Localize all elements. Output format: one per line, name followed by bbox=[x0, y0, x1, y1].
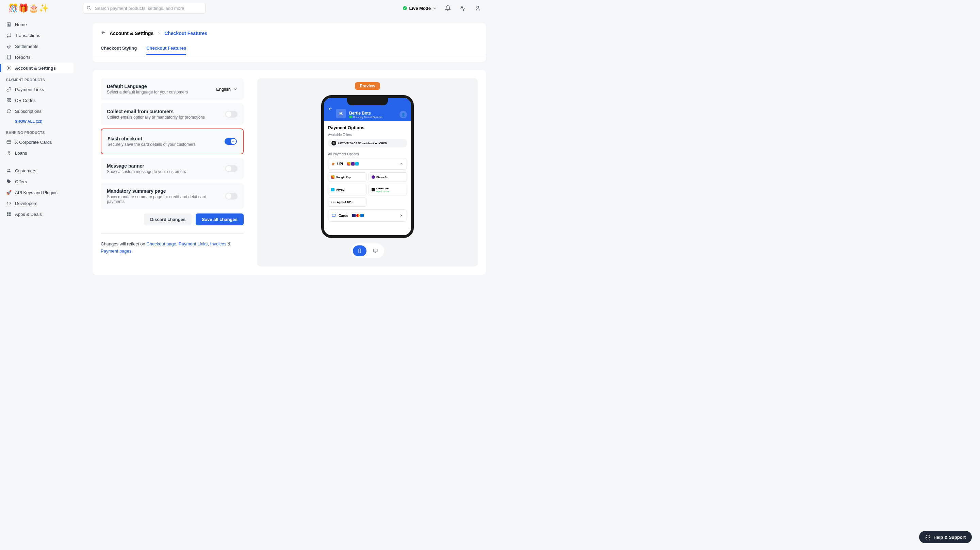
view-toggle bbox=[351, 243, 384, 258]
all-payment-options-label: All Payment Options bbox=[328, 152, 407, 156]
code-icon bbox=[6, 201, 11, 206]
link-payment-pages[interactable]: Payment pages bbox=[101, 249, 131, 254]
merchant-initial: B bbox=[336, 109, 346, 118]
nav-label: QR Codes bbox=[15, 98, 36, 103]
gpay-icon bbox=[331, 175, 334, 179]
setting-desc: Collect emails optionally or mandatorily… bbox=[107, 115, 205, 120]
setting-desc: Show a custom message to your customers bbox=[107, 169, 186, 174]
qr-icon bbox=[6, 98, 11, 103]
svg-point-16 bbox=[9, 169, 10, 171]
sidebar-item-developers[interactable]: Developers bbox=[3, 198, 73, 209]
setting-summary-page: Mandatory summary page Show mandate summ… bbox=[101, 183, 243, 209]
setting-default-language: Default Language Select a default langua… bbox=[101, 78, 243, 100]
cred-tile: CRED UPIUpto ₹200 ca... bbox=[369, 184, 407, 195]
merchant-name: Bertie Bots bbox=[349, 111, 382, 116]
notifications-icon[interactable] bbox=[444, 4, 452, 12]
mobile-view-btn[interactable] bbox=[353, 246, 366, 256]
sidebar-item-corporate-cards[interactable]: X Corporate Cards bbox=[3, 137, 73, 147]
toggle-flash-checkout[interactable] bbox=[224, 138, 237, 145]
phonepe-icon bbox=[372, 175, 375, 179]
setting-title: Flash checkout bbox=[108, 136, 196, 141]
sidebar-item-reports[interactable]: Reports bbox=[3, 52, 73, 63]
sidebar-item-qr[interactable]: QR Codes bbox=[3, 95, 73, 106]
setting-flash-checkout: Flash checkout Securely save the card de… bbox=[101, 128, 243, 154]
section-payment-products: PAYMENT PRODUCTS bbox=[3, 73, 73, 84]
preview-panel: Preview B Bertie Bots ✓Razorpay Trusted … bbox=[257, 78, 478, 266]
svg-point-7 bbox=[8, 67, 10, 69]
breadcrumb-root[interactable]: Account & Settings bbox=[110, 30, 153, 36]
rupee-icon: ₹ bbox=[6, 150, 11, 156]
sidebar-item-transactions[interactable]: Transactions bbox=[3, 30, 73, 41]
sidebar-item-subscriptions[interactable]: Subscriptions bbox=[3, 106, 73, 117]
sidebar-item-home[interactable]: Home bbox=[3, 19, 73, 30]
tab-checkout-features[interactable]: Checkout Features bbox=[146, 42, 186, 55]
sidebar: Home Transactions Settlements Reports Ac… bbox=[0, 16, 76, 275]
cards-label: Cards bbox=[339, 214, 348, 217]
grid-icon bbox=[6, 211, 11, 217]
sidebar-item-payment-links[interactable]: Payment Links bbox=[3, 84, 73, 95]
setting-desc: Show mandate summary page for credit and… bbox=[107, 195, 220, 204]
language-dropdown[interactable]: English bbox=[216, 87, 237, 92]
back-button[interactable] bbox=[101, 30, 106, 37]
footer-note: Changes will reflect on Checkout page, P… bbox=[101, 233, 243, 255]
apps-tile: Apps & UP... bbox=[328, 198, 366, 207]
nav-label: Subscriptions bbox=[15, 109, 41, 114]
svg-rect-18 bbox=[9, 212, 11, 214]
setting-desc: Securely save the card details of your c… bbox=[108, 142, 196, 147]
reports-icon bbox=[6, 54, 11, 60]
search-icon bbox=[86, 5, 91, 11]
sidebar-item-loans[interactable]: ₹Loans bbox=[3, 147, 73, 159]
payment-options-title: Payment Options bbox=[328, 125, 407, 130]
toggle-summary-page[interactable] bbox=[225, 193, 237, 200]
save-button[interactable]: Save all changes bbox=[196, 214, 243, 225]
toggle-message-banner[interactable] bbox=[225, 165, 237, 172]
svg-rect-6 bbox=[10, 25, 10, 25]
live-mode-toggle[interactable]: ✓ Live Mode bbox=[403, 6, 437, 11]
sidebar-item-settlements[interactable]: Settlements bbox=[3, 41, 73, 52]
setting-message-banner: Message banner Show a custom message to … bbox=[101, 158, 243, 179]
cred-icon: C bbox=[331, 141, 336, 146]
available-offers-label: Available Offers bbox=[328, 133, 407, 137]
chevron-right-icon bbox=[399, 214, 403, 217]
transactions-icon bbox=[6, 33, 11, 38]
sidebar-item-account[interactable]: Account & Settings bbox=[3, 63, 73, 73]
cards-option: Cards bbox=[328, 209, 407, 222]
search-input[interactable] bbox=[83, 3, 205, 14]
sidebar-item-apps[interactable]: Apps & Deals bbox=[3, 209, 73, 220]
breadcrumb-current: Checkout Features bbox=[164, 30, 207, 36]
section-banking-products: BANKING PRODUCTS bbox=[3, 126, 73, 137]
nav-label: Developers bbox=[15, 201, 37, 206]
setting-title: Default Language bbox=[107, 84, 188, 89]
discard-button[interactable]: Discard changes bbox=[144, 214, 192, 225]
nav-label: Account & Settings bbox=[15, 66, 56, 71]
svg-rect-25 bbox=[359, 249, 361, 253]
setting-title: Mandatory summary page bbox=[107, 188, 220, 194]
sidebar-item-customers[interactable]: Customers bbox=[3, 165, 73, 176]
nav-label: Offers bbox=[15, 179, 27, 184]
toggle-collect-email[interactable] bbox=[225, 111, 237, 117]
desktop-view-btn[interactable] bbox=[369, 246, 382, 256]
nav-label: X Corporate Cards bbox=[15, 140, 52, 145]
show-all-link[interactable]: SHOW ALL (12) bbox=[3, 117, 73, 126]
tab-checkout-styling[interactable]: Checkout Styling bbox=[101, 42, 137, 55]
paytm-tile: PayTM bbox=[328, 184, 366, 195]
nav-label: Reports bbox=[15, 55, 30, 60]
svg-rect-27 bbox=[373, 249, 377, 252]
user-icon[interactable] bbox=[474, 4, 482, 12]
nav-label: API Keys and Plugins bbox=[15, 190, 57, 195]
setting-title: Collect email from customers bbox=[107, 109, 205, 114]
link-checkout-page[interactable]: Checkout page bbox=[146, 241, 176, 246]
sidebar-item-api[interactable]: 🚀API Keys and Plugins bbox=[3, 187, 73, 198]
sidebar-item-offers[interactable]: Offers bbox=[3, 176, 73, 187]
link-invoices[interactable]: Invoices bbox=[210, 241, 227, 246]
link-payment-links[interactable]: Payment Links bbox=[179, 241, 208, 246]
setting-desc: Select a default language for your custo… bbox=[107, 90, 188, 95]
svg-rect-9 bbox=[9, 98, 11, 100]
activity-icon[interactable] bbox=[459, 4, 467, 12]
tag-icon bbox=[6, 179, 11, 184]
phonepe-tile: PhonePe bbox=[369, 172, 407, 182]
refresh-icon bbox=[6, 108, 11, 114]
svg-point-15 bbox=[8, 169, 9, 171]
svg-rect-13 bbox=[7, 141, 11, 143]
trusted-badge: ✓Razorpay Trusted Business bbox=[349, 116, 382, 118]
